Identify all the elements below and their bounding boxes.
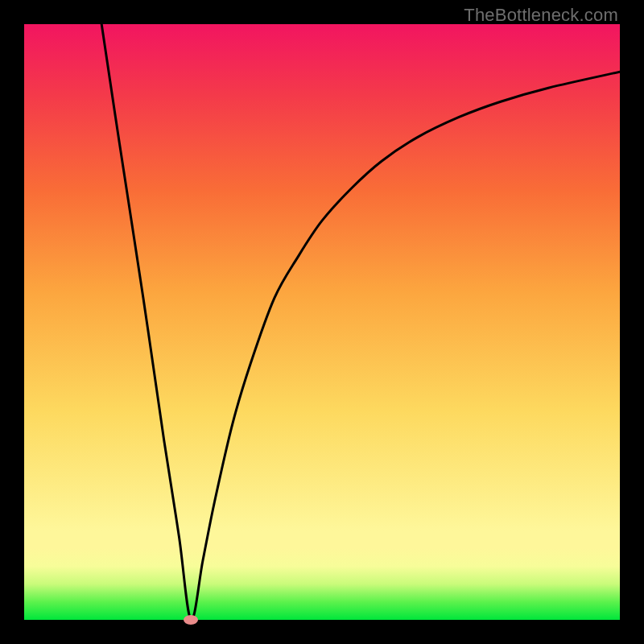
attribution-label: TheBottleneck.com (464, 5, 618, 26)
bottleneck-curve (24, 24, 620, 620)
plot-area (24, 24, 620, 620)
chart-frame: TheBottleneck.com (0, 0, 644, 644)
optimum-marker (184, 615, 198, 625)
